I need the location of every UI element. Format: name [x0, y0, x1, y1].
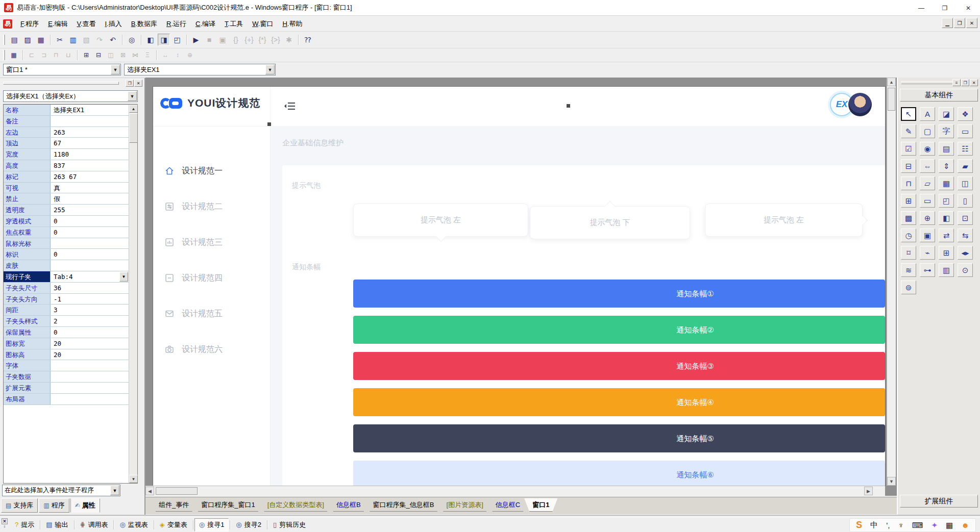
- palette-odbc-external-icon[interactable]: ⊚: [901, 281, 916, 294]
- status-tab-监视表[interactable]: ◎监视表: [115, 518, 152, 531]
- maximize-button[interactable]: ❐: [933, 0, 957, 16]
- property-row-高度[interactable]: 高度837: [4, 160, 129, 171]
- skin-picker-icon[interactable]: ✦: [931, 521, 938, 530]
- close-icon[interactable]: ✕: [134, 80, 142, 87]
- palette-tab-control-icon[interactable]: ⊓: [901, 176, 916, 190]
- palette-odbc-icon[interactable]: ⊙: [958, 263, 973, 277]
- palette-picture-box-icon[interactable]: ◪: [939, 107, 954, 121]
- toolbar-grip[interactable]: [3, 50, 5, 60]
- property-value[interactable]: 真: [51, 183, 129, 193]
- toolbox-grid-icon[interactable]: ▦: [946, 521, 953, 530]
- new-icon[interactable]: ▤: [8, 34, 20, 46]
- form-designer-canvas[interactable]: YOUI设计规范 设计规范一设计规范二设计规范三设计规范四设计规范五设计规范六 …: [145, 78, 897, 496]
- property-value[interactable]: [51, 116, 129, 126]
- property-row-子夹数据[interactable]: 子夹数据: [4, 371, 129, 383]
- palette-app-window-icon[interactable]: ⊡: [958, 211, 973, 225]
- menu-C.编译[interactable]: C.编译: [191, 17, 220, 31]
- palette-v-scrollbar-icon[interactable]: ⇕: [939, 159, 954, 173]
- property-value[interactable]: 3: [51, 305, 129, 315]
- property-value[interactable]: 0: [51, 327, 129, 338]
- palette-shape-icon[interactable]: ❖: [958, 107, 973, 121]
- soft-keyboard-icon[interactable]: ⌨: [912, 521, 923, 530]
- menu-T.工具[interactable]: T.工具: [220, 17, 248, 31]
- scroll-up-icon[interactable]: ▲: [129, 105, 138, 113]
- property-value[interactable]: 1180: [51, 149, 129, 160]
- status-tab-调用表[interactable]: ⋕调用表: [76, 518, 113, 531]
- property-value[interactable]: [51, 360, 129, 371]
- palette-com-port-icon[interactable]: ⌁: [920, 246, 935, 260]
- panel-tab-属性[interactable]: ✍属性: [70, 498, 100, 513]
- menu-H.帮助[interactable]: H.帮助: [278, 17, 307, 31]
- menu-B.数据库[interactable]: B.数据库: [127, 17, 162, 31]
- property-row-左边[interactable]: 左边263: [4, 127, 129, 138]
- palette-browser-icon[interactable]: ◫: [958, 176, 973, 190]
- palette-dir-box-icon[interactable]: ◰: [939, 194, 954, 208]
- sidebar-item-设计规范二[interactable]: 设计规范二: [153, 189, 270, 224]
- palette-check-list-icon[interactable]: ☷: [958, 142, 973, 156]
- palette-edit-box-icon[interactable]: ▭: [920, 194, 935, 208]
- property-row-焦点权重[interactable]: 焦点权重0: [4, 227, 129, 238]
- document-tab-信息框C[interactable]: 信息框C: [487, 498, 528, 512]
- palette-database-icon[interactable]: ≋: [901, 263, 916, 277]
- sidebar-item-设计规范一[interactable]: 设计规范一: [153, 153, 270, 189]
- lang-chinese-icon[interactable]: 中: [870, 520, 878, 530]
- sidebar-item-设计规范五[interactable]: 设计规范五: [153, 296, 270, 332]
- canvas-horizontal-scrollbar[interactable]: ◀ ▶: [145, 486, 885, 496]
- panel-tab-支持库[interactable]: ▤支持库: [1, 498, 38, 513]
- object-selector[interactable]: 选择夹EX1（选择夹Ex） ▼: [3, 90, 138, 102]
- menu-I.插入[interactable]: I.插入: [101, 17, 127, 31]
- property-row-图标宽[interactable]: 图标宽20: [4, 338, 129, 349]
- window-selector[interactable]: 窗口1 * ▼: [3, 64, 121, 75]
- palette-report-icon[interactable]: ▥: [939, 263, 954, 277]
- palette-client-icon[interactable]: ⌑: [901, 246, 916, 260]
- property-row-布局器[interactable]: 布局器: [4, 394, 129, 405]
- property-row-名称[interactable]: 名称选择夹EX1: [4, 105, 129, 116]
- chevron-down-icon[interactable]: ▼: [265, 65, 275, 74]
- canvas-vertical-scrollbar[interactable]: ▲ ▼: [887, 78, 896, 486]
- find-support-icon[interactable]: ⁇: [302, 34, 314, 46]
- property-value[interactable]: [51, 394, 129, 404]
- palette-extended-header[interactable]: 扩展组件: [900, 495, 978, 508]
- status-tab-变量表[interactable]: ◈变量表: [155, 518, 192, 531]
- palette-panel-icon[interactable]: ▭: [958, 124, 973, 138]
- punctuation-icon[interactable]: ’,: [886, 521, 890, 529]
- property-row-标记[interactable]: 标记263 67: [4, 171, 129, 183]
- float-icon[interactable]: ❐: [126, 80, 134, 87]
- palette-combo-box-icon[interactable]: ⊟: [901, 159, 916, 173]
- palette-titlebar[interactable]: ≡ ❐ ✕: [900, 79, 978, 87]
- event-handler-selector[interactable]: 在此处选择加入事件处理子程序 ▼: [2, 485, 120, 496]
- palette-animation-icon[interactable]: ▦: [939, 176, 954, 190]
- minimize-button[interactable]: —: [910, 0, 933, 16]
- scrollbar-thumb[interactable]: [888, 88, 895, 111]
- chevron-down-icon[interactable]: ▼: [111, 65, 120, 74]
- palette-folder-icon[interactable]: ▱: [920, 176, 935, 190]
- menu-F.程序[interactable]: F.程序: [16, 17, 43, 31]
- property-row-宽度[interactable]: 宽度1180: [4, 149, 129, 160]
- property-row-间距[interactable]: 间距3: [4, 305, 129, 316]
- document-tab-[自定义数据类型表][interactable]: [自定义数据类型表]: [259, 498, 332, 512]
- avatar[interactable]: [848, 93, 872, 116]
- property-row-图标高[interactable]: 图标高20: [4, 349, 129, 361]
- scroll-down-icon[interactable]: ▼: [129, 475, 138, 483]
- document-tab-组件_事件[interactable]: 组件_事件: [151, 498, 197, 512]
- menu-V.查看[interactable]: V.查看: [72, 17, 100, 31]
- property-value[interactable]: 0: [51, 227, 129, 238]
- property-row-顶边[interactable]: 顶边67: [4, 138, 129, 149]
- emoji-icon[interactable]: ☻: [961, 521, 969, 529]
- designed-form[interactable]: YOUI设计规范 设计规范一设计规范二设计规范三设计规范四设计规范五设计规范六 …: [153, 87, 885, 486]
- palette-tree-view-icon[interactable]: ⊶: [920, 263, 935, 277]
- property-value[interactable]: 263: [51, 127, 129, 138]
- property-row-穿透模式[interactable]: 穿透模式0: [4, 216, 129, 227]
- property-row-子夹头尺寸[interactable]: 子夹头尺寸36: [4, 283, 129, 294]
- property-value[interactable]: 0: [51, 249, 129, 260]
- close-button[interactable]: ✕: [957, 0, 980, 16]
- property-value[interactable]: 36: [51, 283, 129, 293]
- property-value[interactable]: 837: [51, 160, 129, 171]
- property-row-可视[interactable]: 可视真: [4, 183, 129, 194]
- menu-fold-icon[interactable]: [284, 101, 296, 111]
- property-value[interactable]: 263 67: [51, 171, 129, 182]
- scrollbar-thumb[interactable]: [129, 113, 138, 143]
- property-value[interactable]: 20: [51, 338, 129, 349]
- scroll-left-icon[interactable]: ◀: [145, 487, 154, 495]
- palette-label-icon[interactable]: A: [920, 107, 935, 121]
